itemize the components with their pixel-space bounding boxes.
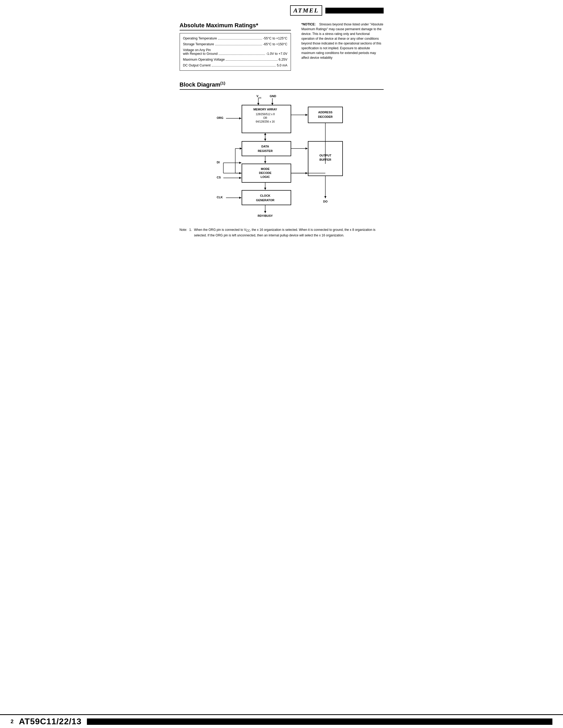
gnd-label: GND [270, 95, 276, 98]
svg-marker-34 [324, 196, 327, 198]
ratings-row-3: Voltage on Any Pin with Respect to Groun… [183, 47, 288, 57]
notice-text: Stresses beyond those listed under "Abso… [302, 23, 383, 60]
ratings-value-5: 5.0 mA [277, 64, 288, 67]
ratings-label-1: Operating Temperature [183, 37, 217, 40]
block-diagram-superscript: (1) [220, 81, 225, 85]
svg-marker-15 [264, 161, 266, 163]
ratings-label-5: DC Output Current [183, 64, 211, 67]
svg-marker-3 [271, 103, 273, 105]
ratings-row-1: Operating Temperature -55°C to +125°C [183, 35, 288, 41]
memory-array-title: MEMORY ARRAY [253, 108, 277, 111]
block-diagram-title: Block Diagram(1) [180, 81, 384, 90]
ratings-value-1: -55°C to +125°C [263, 37, 288, 40]
svg-marker-1 [257, 103, 259, 105]
clk-label: CLK [217, 196, 223, 199]
ratings-label-3b: with Respect to Ground [183, 52, 218, 56]
svg-marker-11 [264, 133, 266, 135]
notice-label: *NOTICE: [302, 23, 316, 26]
svg-marker-26 [239, 177, 241, 179]
page-header: ATMEL [180, 5, 384, 16]
diagram-container: VCC GND MEMORY ARRAY 128/256/512 x 8 OR … [189, 92, 374, 219]
svg-marker-28 [239, 197, 241, 199]
ratings-label-3a: Voltage on Any Pin [183, 48, 288, 52]
output-buffer-label1: OUTPUT [319, 154, 332, 157]
logo-area: ATMEL [290, 5, 383, 16]
data-register-label1: DATA [261, 145, 269, 148]
svg-marker-30 [264, 188, 266, 190]
ratings-row-4: Maximum Operating Voltage 6.25V [183, 57, 288, 62]
svg-marker-7 [306, 114, 308, 116]
mode-decode-label2: DECODE [259, 171, 271, 174]
ratings-section: Absolute Maximum Ratings* Operating Temp… [180, 22, 384, 73]
block-diagram-svg: VCC GND MEMORY ARRAY 128/256/512 x 8 OR … [189, 92, 374, 219]
data-register-label2: REGISTER [257, 149, 272, 152]
ratings-label-4: Maximum Operating Voltage [183, 58, 225, 61]
address-decoder-label2: DECODER [318, 115, 333, 118]
note-text: When the ORG pin is connected to VCC, th… [194, 227, 383, 237]
address-decoder-label1: ADDRESS [318, 111, 333, 114]
mode-decode-label3: LOGIC [260, 175, 270, 178]
svg-marker-32 [264, 211, 266, 213]
data-register-block [242, 141, 291, 156]
svg-marker-10 [264, 139, 266, 141]
ratings-row-5: DC Output Current 5.0 mA [183, 62, 288, 68]
clock-gen-label2: GENERATOR [256, 199, 274, 202]
svg-marker-21 [239, 162, 241, 164]
memory-array-or: OR [263, 116, 267, 119]
ratings-value-4: 6.25V [279, 58, 288, 61]
memory-array-sub1: 128/256/512 x 8 [256, 113, 275, 116]
ratings-col: Absolute Maximum Ratings* Operating Temp… [180, 22, 291, 73]
di-label: DI [217, 161, 220, 164]
ratings-label-2: Storage Temperature [183, 42, 214, 46]
rdybusy-label: RDY/BUSY [257, 214, 273, 217]
svg-marker-37 [240, 147, 242, 150]
memory-array-sub2: 64/128/256 x 16 [256, 120, 275, 123]
ratings-value-3: -1.0V to +7.0V [266, 52, 287, 56]
ratings-title: Absolute Maximum Ratings* [180, 22, 291, 30]
clock-gen-block [242, 190, 291, 205]
address-decoder-block [308, 107, 343, 123]
ratings-row-2: Storage Temperature -65°C to +150°C [183, 41, 288, 47]
org-label: ORG [217, 116, 223, 119]
ratings-value-2: -65°C to +150°C [263, 42, 288, 46]
svg-marker-13 [306, 147, 308, 150]
logo-text: ATMEL [293, 7, 319, 14]
block-diagram-section: Block Diagram(1) VCC GND MEMORY ARRAY 12… [180, 81, 384, 219]
atmel-logo: ATMEL [290, 5, 322, 16]
vcc-label: VCC [256, 95, 261, 99]
note-number: 1. [189, 227, 192, 237]
do-label: DO [323, 200, 328, 203]
mode-decode-label1: MODE [261, 167, 269, 170]
notice-col: *NOTICE: Stresses beyond those listed un… [302, 22, 384, 73]
ratings-row-3b: with Respect to Ground -1.0V to +7.0V [183, 52, 288, 56]
cs-label: CS [217, 176, 221, 179]
note-section: Note: 1. When the ORG pin is connected t… [180, 227, 384, 237]
ratings-table: Operating Temperature -55°C to +125°C St… [180, 33, 291, 71]
clock-gen-label1: CLOCK [260, 194, 270, 197]
header-bar [325, 8, 384, 14]
svg-marker-5 [239, 117, 241, 119]
note-label-text: Note: [180, 227, 187, 237]
